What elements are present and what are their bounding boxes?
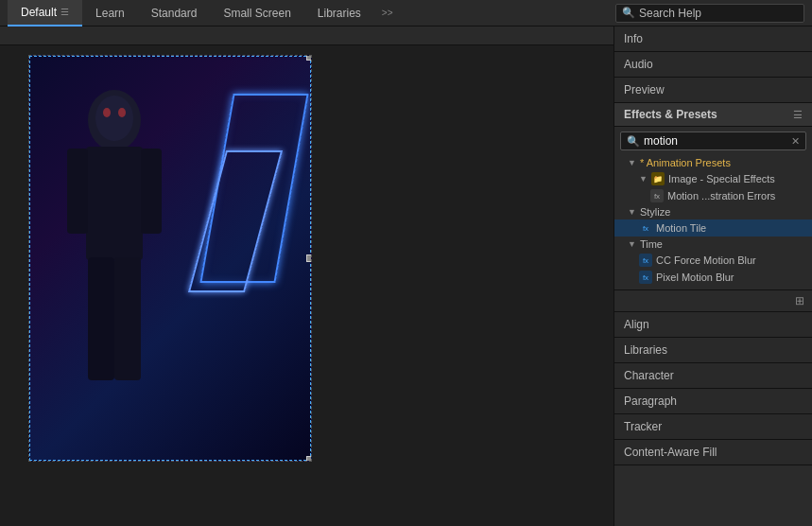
tab-libraries-label: Libraries [318, 7, 361, 20]
tab-libraries[interactable]: Libraries [304, 0, 374, 26]
section-libraries-header[interactable]: Libraries [614, 338, 812, 362]
section-preview: Preview [614, 78, 812, 103]
animation-presets-label: * Animation Presets [640, 157, 804, 168]
section-content-aware-fill-label: Content-Aware Fill [624, 446, 717, 459]
tab-learn[interactable]: Learn [82, 0, 138, 26]
tab-standard-label: Standard [151, 7, 198, 20]
section-character-header[interactable]: Character [614, 363, 812, 388]
effect-icon-pixel-motion: fx [639, 271, 652, 284]
section-character-label: Character [624, 369, 674, 382]
effect-icon-cc-force: fx [639, 254, 652, 267]
tab-default[interactable]: Default ☰ [8, 0, 82, 26]
arrow-animation-presets: ▼ [628, 158, 636, 167]
cc-force-label: CC Force Motion Blur [656, 254, 804, 266]
section-paragraph: Paragraph [614, 389, 812, 414]
nav-tabs: Default ☰ Learn Standard Small Screen Li… [8, 0, 401, 26]
selection-box [29, 56, 311, 461]
section-tracker: Tracker [614, 414, 812, 440]
tree-image-special-effects[interactable]: ▼ 📁 Image - Special Effects [614, 170, 812, 187]
tab-menu-icon[interactable]: ☰ [60, 7, 69, 17]
effects-bottom-apply-icon[interactable]: ⊞ [793, 292, 806, 309]
canvas-area [0, 26, 613, 526]
search-help-box[interactable]: 🔍 [615, 4, 804, 23]
effects-bottom-bar: ⊞ [614, 289, 812, 311]
tab-standard[interactable]: Standard [138, 0, 211, 26]
more-tabs-button[interactable]: >> [374, 4, 401, 22]
effects-presets-title: Effects & Presets [624, 108, 717, 121]
handle-top-right[interactable] [306, 55, 312, 61]
main-content: Info Audio Preview Effects & Presets ☰ 🔍… [0, 26, 812, 526]
section-paragraph-label: Paragraph [624, 394, 677, 408]
tree-stylize[interactable]: ▼ Stylize [614, 204, 812, 219]
folder-icon-image-special: 📁 [651, 172, 665, 185]
section-info: Info [614, 26, 812, 52]
tree-cc-force-motion-blur[interactable]: fx CC Force Motion Blur [614, 252, 812, 269]
section-character: Character [614, 363, 812, 389]
tab-small-screen[interactable]: Small Screen [210, 0, 303, 26]
image-special-effects-label: Image - Special Effects [668, 173, 804, 184]
section-content-aware-fill: Content-Aware Fill [614, 440, 812, 465]
section-libraries: Libraries [614, 338, 812, 363]
tree-pixel-motion-blur[interactable]: fx Pixel Motion Blur [614, 269, 812, 286]
tree-motion-tile[interactable]: fx Motion Tile [614, 219, 812, 237]
canvas-frame [0, 45, 613, 526]
section-align-header[interactable]: Align [614, 312, 812, 337]
section-tracker-label: Tracker [624, 420, 662, 433]
search-help-icon: 🔍 [622, 7, 635, 19]
motion-stration-label: Motion ...stration Errors [667, 190, 804, 202]
arrow-time: ▼ [628, 239, 636, 249]
effects-search-clear-icon[interactable]: ✕ [791, 135, 800, 148]
effects-search-input[interactable] [644, 134, 791, 148]
effects-presets-panel: Effects & Presets ☰ 🔍 ✕ ▼ * Animation Pr… [614, 103, 812, 312]
effects-tree: ▼ * Animation Presets ▼ 📁 Image - Specia… [614, 155, 812, 289]
pixel-motion-label: Pixel Motion Blur [656, 272, 804, 283]
section-audio-header[interactable]: Audio [614, 52, 812, 77]
arrow-stylize: ▼ [628, 207, 636, 217]
effects-search-box[interactable]: 🔍 ✕ [620, 132, 806, 150]
section-libraries-label: Libraries [624, 343, 667, 357]
stylize-label: Stylize [640, 206, 804, 218]
section-align: Align [614, 312, 812, 338]
handle-mid-right[interactable] [306, 254, 312, 262]
effects-menu-icon[interactable]: ☰ [793, 109, 803, 121]
section-content-aware-fill-header[interactable]: Content-Aware Fill [614, 440, 812, 465]
section-paragraph-header[interactable]: Paragraph [614, 389, 812, 413]
arrow-image-special: ▼ [639, 174, 648, 184]
tab-learn-label: Learn [95, 7, 125, 20]
section-preview-header[interactable]: Preview [614, 78, 812, 102]
handle-bottom-right[interactable] [306, 456, 312, 462]
section-audio: Audio [614, 52, 812, 78]
section-info-label: Info [624, 32, 643, 45]
section-preview-label: Preview [624, 83, 665, 96]
tree-motion-stration-errors[interactable]: fx Motion ...stration Errors [614, 187, 812, 204]
canvas-ruler-top [0, 26, 613, 45]
effect-icon-motion-stration: fx [650, 189, 664, 202]
canvas-image [28, 55, 312, 462]
motion-tile-label: Motion Tile [656, 222, 804, 234]
tab-default-label: Default [21, 6, 57, 19]
tree-animation-presets[interactable]: ▼ * Animation Presets [614, 155, 812, 170]
section-audio-label: Audio [624, 58, 653, 71]
section-align-label: Align [624, 318, 649, 331]
effects-search-icon: 🔍 [627, 135, 640, 148]
right-panel: Info Audio Preview Effects & Presets ☰ 🔍… [613, 26, 812, 526]
effects-presets-header: Effects & Presets ☰ [614, 103, 812, 127]
section-info-header[interactable]: Info [614, 26, 812, 51]
time-label: Time [640, 238, 804, 250]
tab-small-screen-label: Small Screen [223, 7, 290, 20]
tree-time[interactable]: ▼ Time [614, 237, 812, 252]
effect-icon-motion-tile: fx [639, 221, 652, 235]
search-help-input[interactable] [639, 7, 798, 20]
top-nav-bar: Default ☰ Learn Standard Small Screen Li… [0, 0, 812, 26]
section-tracker-header[interactable]: Tracker [614, 414, 812, 439]
